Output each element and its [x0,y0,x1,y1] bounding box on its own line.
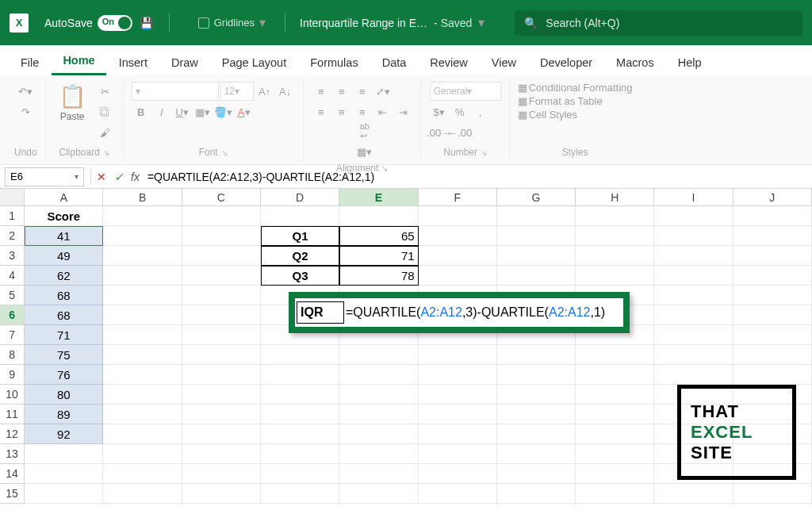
row-header[interactable]: 13 [0,444,25,464]
cell[interactable] [654,206,733,226]
row-header[interactable]: 8 [0,345,25,365]
cell[interactable]: 92 [25,424,103,444]
row-header[interactable]: 1 [0,206,25,226]
row-header[interactable]: 11 [0,405,25,424]
cell[interactable] [419,206,497,226]
chevron-down-icon[interactable]: ▾ [75,172,79,181]
tab-developer[interactable]: Developer [529,50,603,75]
row-header[interactable]: 5 [0,286,25,305]
decrease-font-button[interactable]: A↓ [276,82,295,101]
tab-file[interactable]: File [10,50,50,75]
indent-inc-button[interactable]: ⇥ [394,102,413,121]
col-header[interactable]: C [182,189,261,205]
underline-button[interactable]: U▾ [173,102,192,121]
dialog-launcher-icon[interactable]: ↘ [381,164,388,173]
col-header[interactable]: G [497,189,576,205]
undo-button[interactable]: ↶▾ [16,82,35,101]
paste-button[interactable]: 📋 Paste [54,82,91,124]
cell[interactable] [261,206,339,226]
cell[interactable] [733,206,812,226]
row-header[interactable]: 9 [0,365,25,385]
merge-button[interactable]: ▦▾ [357,142,372,161]
fill-color-button[interactable]: 🪣▾ [214,102,233,121]
col-header[interactable]: F [419,189,497,205]
tab-formulas[interactable]: Formulas [299,50,369,75]
search-box[interactable]: 🔍 Search (Alt+Q) [515,10,802,36]
cell[interactable]: 75 [25,345,103,365]
cell-styles-button[interactable]: ▦ Cell Styles [518,109,577,121]
bold-button[interactable]: B [132,102,151,121]
cell[interactable] [103,206,182,226]
cancel-formula-button[interactable]: ✕ [93,168,110,186]
col-header[interactable]: D [261,189,339,205]
row-header[interactable]: 4 [0,266,25,286]
select-all-corner[interactable] [0,189,25,205]
font-color-button[interactable]: A▾ [235,102,254,121]
borders-button[interactable]: ▦▾ [193,102,213,121]
row-header[interactable]: 14 [0,464,25,484]
increase-font-button[interactable]: A↑ [255,82,274,101]
cell[interactable]: 49 [25,246,103,266]
row-header[interactable]: 2 [0,226,25,246]
dialog-launcher-icon[interactable]: ↘ [481,148,487,157]
currency-button[interactable]: $▾ [430,102,449,121]
col-header[interactable]: A [25,189,103,205]
col-header[interactable]: J [733,189,812,205]
save-icon[interactable]: 💾 [139,15,155,31]
tab-view[interactable]: View [481,50,527,75]
tab-insert[interactable]: Insert [108,50,159,75]
align-bottom-button[interactable]: ≡ [353,82,372,101]
italic-button[interactable]: I [152,102,171,121]
cell[interactable]: 80 [25,385,103,405]
cell[interactable] [497,206,576,226]
cell[interactable]: Q3 [261,266,339,286]
autosave[interactable]: AutoSave On [44,15,132,31]
increase-decimal-button[interactable]: .00→ [430,123,449,142]
dialog-launcher-icon[interactable]: ↘ [221,148,228,157]
col-header[interactable]: E [339,189,418,205]
formula-input[interactable]: =QUARTILE(A2:A12,3)-QUARTILE(A2:A12,1) [143,171,812,183]
row-header[interactable]: 3 [0,246,25,266]
wrap-text-button[interactable]: ab↩ [357,121,372,140]
gridlines-toggle[interactable]: Gridlines ▾ [193,15,270,30]
row-header[interactable]: 7 [0,325,25,345]
row-header[interactable]: 10 [0,385,25,405]
row-header[interactable]: 6 [0,305,25,325]
document-title[interactable]: Interquartile Range in E… [300,17,427,29]
cell[interactable]: Score [25,206,103,226]
align-top-button[interactable]: ≡ [312,82,331,101]
cell[interactable]: 89 [25,405,103,424]
cell[interactable]: 65 [339,226,418,246]
orientation-button[interactable]: ⤢▾ [373,82,393,101]
cell[interactable] [576,206,654,226]
cell[interactable]: 62 [25,266,103,286]
tab-help[interactable]: Help [667,50,713,75]
decrease-decimal-button[interactable]: ←.00 [450,123,469,142]
cell[interactable]: Q1 [261,226,339,246]
cell[interactable]: 68 [25,305,103,325]
align-center-button[interactable]: ≡ [332,102,351,121]
cell[interactable]: Q2 [261,246,339,266]
indent-dec-button[interactable]: ⇤ [373,102,393,121]
enter-formula-button[interactable]: ✓ [110,168,128,186]
tab-review[interactable]: Review [419,50,479,75]
col-header[interactable]: B [103,189,182,205]
row-header[interactable]: 12 [0,424,25,444]
spreadsheet-grid[interactable]: A B C D E F G H I J 1 Score 241Q165 349Q… [0,189,812,504]
align-left-button[interactable]: ≡ [312,102,331,121]
tab-macros[interactable]: Macros [605,50,665,75]
col-header[interactable]: H [576,189,654,205]
checkbox-icon[interactable] [198,17,209,29]
tab-draw[interactable]: Draw [160,50,209,75]
cut-button[interactable]: ✂ [96,82,115,101]
tab-page-layout[interactable]: Page Layout [211,50,297,75]
font-size-combo[interactable]: 12 ▾ [220,82,254,101]
cell[interactable] [182,206,261,226]
comma-button[interactable]: , [471,102,490,121]
percent-button[interactable]: % [450,102,469,121]
cell[interactable]: 68 [25,286,103,305]
iqr-label-cell[interactable]: IQR [297,301,344,324]
format-painter-button[interactable]: 🖌 [96,123,115,142]
fx-icon[interactable]: fx [131,171,140,183]
autosave-toggle[interactable]: On [98,15,132,31]
